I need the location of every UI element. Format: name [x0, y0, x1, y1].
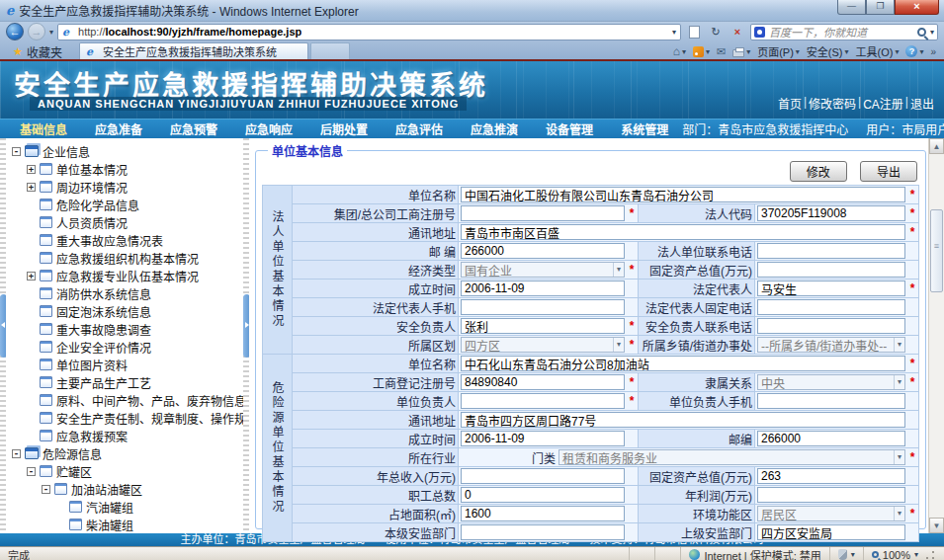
field-input[interactable] — [757, 393, 905, 409]
menu-item-8[interactable]: 系统管理 — [607, 120, 682, 137]
tree-node[interactable]: 人员资质情况 — [10, 213, 241, 231]
tree-expander-icon[interactable]: - — [27, 467, 36, 476]
address-input[interactable]: e http://localhost:90/yjzh/frame/homepag… — [57, 24, 681, 40]
field-input[interactable] — [461, 487, 625, 503]
field-select[interactable]: 中央▾ — [757, 374, 905, 390]
maximize-button[interactable]: ❐ — [866, 0, 895, 15]
tree-node[interactable]: 固定泡沫系统信息 — [10, 302, 241, 320]
tree-node[interactable]: 安全生产责任制、规章制度、操作规程信息 — [10, 409, 241, 427]
menu-item-1[interactable]: 应急准备 — [81, 120, 156, 137]
tree-expander-icon[interactable]: - — [12, 147, 21, 156]
menu-item-2[interactable]: 应急预警 — [156, 120, 231, 137]
field-input[interactable] — [461, 431, 625, 446]
field-input[interactable] — [461, 280, 625, 296]
tree-node[interactable]: -企业信息 — [10, 142, 241, 160]
refresh-button[interactable]: ↻ — [707, 24, 725, 40]
field-input[interactable] — [757, 243, 905, 259]
export-button[interactable]: 导出 — [860, 161, 917, 182]
field-input[interactable] — [757, 280, 905, 296]
tree-expander-icon[interactable]: + — [27, 165, 36, 174]
modify-button[interactable]: 修改 — [790, 161, 847, 182]
field-input[interactable] — [757, 468, 905, 484]
banner-link-3[interactable]: 退出 — [910, 95, 934, 112]
menu-item-4[interactable]: 后期处置 — [306, 120, 382, 137]
protection-menu[interactable]: ▾ — [829, 547, 863, 560]
field-input[interactable] — [757, 205, 905, 221]
search-icon[interactable] — [917, 28, 926, 37]
field-input[interactable] — [461, 356, 905, 371]
scroll-down-button[interactable]: ▼ — [929, 518, 944, 533]
content-scrollbar[interactable]: ▲ ▼ — [928, 138, 944, 533]
menu-item-5[interactable]: 应急评估 — [382, 120, 457, 137]
menu-item-3[interactable]: 应急响应 — [231, 120, 306, 137]
banner-link-2[interactable]: CA注册 — [863, 95, 903, 112]
feeds-button[interactable]: ▾ — [693, 46, 710, 57]
tree-node[interactable]: -贮罐区 — [10, 462, 241, 480]
tree-node[interactable]: -加油站油罐区 — [10, 480, 241, 498]
read-mail-button[interactable]: ✉ — [717, 45, 726, 58]
history-dropdown-icon[interactable]: ▾ — [49, 28, 53, 37]
search-dropdown-icon[interactable]: ▾ — [930, 28, 934, 37]
compatibility-view-icon[interactable] — [685, 24, 703, 40]
zoom-control[interactable]: 100% ▾ — [863, 547, 944, 560]
tree-node[interactable]: 应急救援预案 — [10, 427, 241, 444]
banner-link-0[interactable]: 首页 — [778, 95, 802, 112]
toolbar-overflow-icon[interactable]: » — [930, 46, 936, 57]
tree-node[interactable]: 原料、中间产物、产品、废弃物信息 — [10, 391, 241, 409]
tree-node[interactable]: 主要产品生产工艺 — [10, 373, 241, 391]
safety-menu[interactable]: 安全(S)▾ — [807, 43, 849, 59]
forward-button[interactable]: → — [28, 23, 45, 40]
field-input[interactable] — [461, 374, 625, 390]
field-input[interactable] — [461, 205, 625, 221]
scroll-up-button[interactable]: ▲ — [929, 138, 944, 154]
field-input[interactable] — [757, 431, 905, 446]
field-input[interactable] — [461, 224, 905, 240]
tree-expander-icon[interactable]: + — [27, 272, 36, 280]
field-input[interactable] — [757, 487, 905, 503]
field-input[interactable] — [461, 412, 905, 428]
field-input[interactable] — [461, 318, 625, 334]
scroll-thumb[interactable] — [930, 209, 943, 292]
field-input[interactable] — [757, 262, 905, 278]
resize-grip-icon[interactable] — [924, 549, 936, 560]
tree-node[interactable]: 汽油罐组 — [10, 498, 241, 516]
field-input[interactable] — [461, 524, 625, 540]
search-input[interactable]: 百度一下，你就知道 ▾ — [750, 24, 938, 40]
tree-node[interactable]: 企业安全评价情况 — [10, 338, 241, 356]
field-select[interactable]: 居民区▾ — [757, 506, 905, 521]
menu-item-7[interactable]: 设备管理 — [532, 120, 607, 137]
tree-expander-icon[interactable]: - — [12, 449, 21, 458]
menu-item-6[interactable]: 应急推演 — [457, 120, 532, 137]
print-button[interactable]: ▾ — [732, 46, 750, 57]
field-input[interactable] — [461, 187, 905, 202]
tools-menu[interactable]: 工具(O)▾ — [856, 43, 900, 59]
home-button[interactable]: ⌂▾ — [673, 44, 686, 58]
tree-node[interactable]: 重大事故隐患调查 — [10, 320, 241, 338]
address-dropdown-icon[interactable]: ▾ — [672, 28, 676, 37]
tree-expander-icon[interactable]: + — [27, 183, 36, 192]
tree-expander-icon[interactable]: - — [42, 485, 50, 494]
stop-button[interactable]: × — [729, 24, 746, 40]
field-select[interactable]: --所属乡镇/街道办事处--▾ — [757, 337, 905, 353]
field-input[interactable] — [461, 468, 625, 484]
field-input[interactable] — [461, 299, 625, 315]
help-menu[interactable]: ?▾ — [905, 45, 923, 57]
close-button[interactable]: × — [895, 0, 939, 15]
tree-node[interactable]: 消防供水系统信息 — [10, 284, 241, 302]
field-input[interactable] — [757, 524, 905, 540]
field-select[interactable]: 国有企业▾ — [461, 262, 625, 278]
field-input[interactable] — [461, 393, 625, 409]
tree-node[interactable]: 重大事故应急情况表 — [10, 231, 241, 249]
field-select[interactable]: 租赁和商务服务业▾ — [558, 449, 905, 465]
page-menu[interactable]: 页面(P)▾ — [757, 43, 800, 59]
tree-node[interactable]: 柴油罐组 — [10, 516, 241, 533]
field-input[interactable] — [461, 243, 625, 259]
tree-node[interactable]: 应急救援组织机构基本情况 — [10, 249, 241, 267]
tree-node[interactable]: 危险化学品信息 — [10, 196, 241, 213]
tree-node[interactable]: -危险源信息 — [10, 444, 241, 462]
field-select[interactable]: 四方区▾ — [461, 337, 625, 353]
banner-link-1[interactable]: 修改密码 — [809, 95, 856, 112]
menu-item-0[interactable]: 基础信息 — [6, 120, 81, 137]
field-input[interactable] — [461, 506, 625, 521]
favorites-button[interactable]: ★ 收藏夹 — [4, 43, 71, 59]
